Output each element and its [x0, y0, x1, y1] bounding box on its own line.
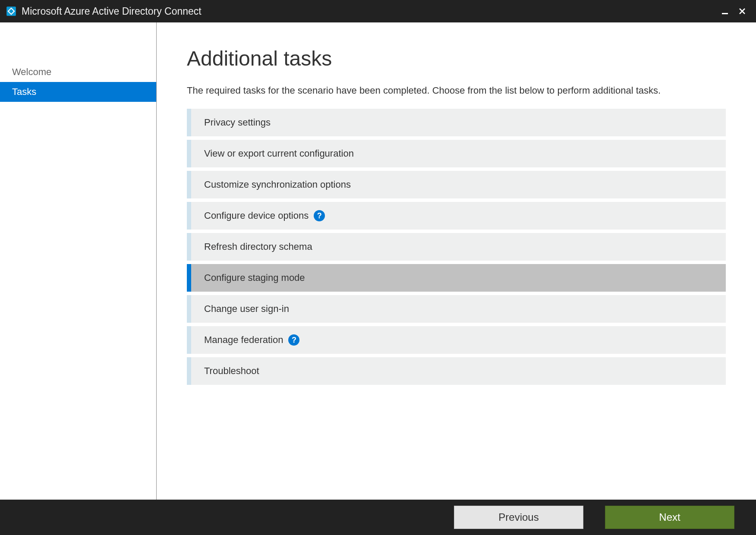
page-title: Additional tasks [187, 47, 726, 70]
window-title: Microsoft Azure Active Directory Connect [22, 6, 202, 17]
sidebar-item-tasks[interactable]: Tasks [0, 82, 156, 102]
task-configure-device-options[interactable]: Configure device options ? [187, 202, 726, 230]
sidebar-item-label: Welcome [12, 66, 51, 77]
task-accent [187, 357, 191, 385]
task-customize-sync-options[interactable]: Customize synchronization options [187, 171, 726, 198]
task-accent [187, 233, 191, 261]
task-label: Troubleshoot [204, 365, 259, 377]
task-accent [187, 109, 191, 136]
previous-button[interactable]: Previous [454, 506, 583, 529]
task-accent [187, 326, 191, 354]
close-button[interactable] [734, 3, 751, 20]
task-accent [187, 171, 191, 198]
task-label: View or export current configuration [204, 148, 354, 159]
help-icon[interactable]: ? [314, 210, 325, 221]
sidebar-item-welcome[interactable]: Welcome [0, 62, 156, 82]
task-configure-staging-mode[interactable]: Configure staging mode [187, 264, 726, 292]
help-icon[interactable]: ? [288, 334, 299, 346]
task-label: Privacy settings [204, 117, 271, 128]
main-content: Additional tasks The required tasks for … [157, 22, 756, 500]
svg-rect-1 [722, 13, 728, 14]
task-accent [187, 295, 191, 323]
task-troubleshoot[interactable]: Troubleshoot [187, 357, 726, 385]
task-label: Change user sign-in [204, 303, 289, 315]
sidebar: Welcome Tasks [0, 22, 157, 500]
task-label: Refresh directory schema [204, 241, 312, 252]
page-description: The required tasks for the scenario have… [187, 83, 726, 98]
footer: Previous Next [0, 500, 756, 535]
task-change-user-sign-in[interactable]: Change user sign-in [187, 295, 726, 323]
task-accent [187, 140, 191, 167]
azure-logo-icon [5, 5, 17, 17]
next-button[interactable]: Next [605, 506, 734, 529]
task-refresh-directory-schema[interactable]: Refresh directory schema [187, 233, 726, 261]
task-list: Privacy settings View or export current … [187, 109, 726, 385]
task-accent [187, 202, 191, 230]
task-label: Customize synchronization options [204, 179, 351, 190]
task-accent [187, 264, 191, 292]
task-privacy-settings[interactable]: Privacy settings [187, 109, 726, 136]
task-manage-federation[interactable]: Manage federation ? [187, 326, 726, 354]
task-label: Configure device options [204, 210, 309, 221]
task-view-export-config[interactable]: View or export current configuration [187, 140, 726, 167]
task-label: Configure staging mode [204, 272, 305, 283]
titlebar: Microsoft Azure Active Directory Connect [0, 0, 756, 22]
minimize-button[interactable] [716, 3, 734, 20]
sidebar-item-label: Tasks [12, 86, 36, 97]
task-label: Manage federation [204, 334, 283, 346]
